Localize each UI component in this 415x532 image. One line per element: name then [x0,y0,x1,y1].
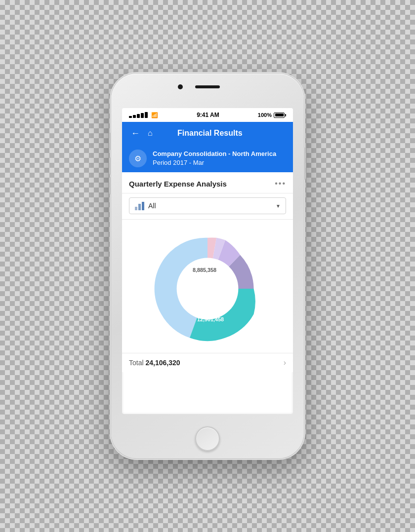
top-value-label: 8,885,358 [193,267,216,273]
filter-chart-icon [134,201,144,211]
section-title: Quarterly Expense Analysis [129,180,227,188]
status-bar: 📶 9:41 AM 100% [122,108,293,122]
nav-title: Financial Results [159,129,261,138]
status-left: 📶 [129,112,158,118]
home-nav-button[interactable]: ⌂ [148,129,153,138]
status-right: 100% [258,112,286,118]
total-bar[interactable]: Total 24,106,320 › [122,353,293,372]
phone-device: 📶 9:41 AM 100% ← ⌂ Financial Results ⚙ [111,74,304,458]
svg-rect-2 [142,202,144,210]
phone-camera [178,84,183,89]
filter-dropdown[interactable]: All ▼ [129,197,286,214]
context-bar: ⚙ Company Consolidation - North America … [122,145,293,172]
back-button[interactable]: ← [129,126,142,141]
phone-speaker [195,85,220,88]
chart-container: 8,885,358 12,901,458 [122,220,293,353]
battery-icon [274,113,286,118]
status-time: 9:41 AM [197,112,219,118]
battery-percent: 100% [258,112,272,118]
period-label: Period [153,159,171,166]
donut-chart[interactable]: 8,885,358 12,901,458 [148,229,267,348]
period-value: 2017 - Mar [173,159,204,166]
home-button[interactable] [195,426,220,451]
context-info: Company Consolidation - North America Pe… [153,150,276,167]
company-name: Company Consolidation - North America [153,150,276,157]
section-header: Quarterly Expense Analysis ••• [122,172,293,193]
signal-strength [129,112,148,118]
more-options-button[interactable]: ••• [275,179,286,188]
filter-select-left: All [134,201,156,211]
filter-label: All [148,202,156,210]
phone-screen: 📶 9:41 AM 100% ← ⌂ Financial Results ⚙ [122,108,293,414]
svg-rect-0 [135,207,137,210]
bottom-value-label: 12,901,458 [197,316,224,322]
total-value: 24,106,320 [145,359,180,367]
period-info: Period 2017 - Mar [153,158,276,167]
filter-arrow-icon: ▼ [276,203,281,209]
context-settings-icon: ⚙ [129,150,147,167]
wifi-icon: 📶 [151,112,158,118]
total-text: Total 24,106,320 [129,359,180,367]
svg-rect-1 [138,204,141,210]
total-label: Total [129,359,144,367]
filter-bar: All ▼ [122,193,293,220]
total-arrow-icon[interactable]: › [284,358,286,367]
nav-bar: ← ⌂ Financial Results [122,122,293,145]
